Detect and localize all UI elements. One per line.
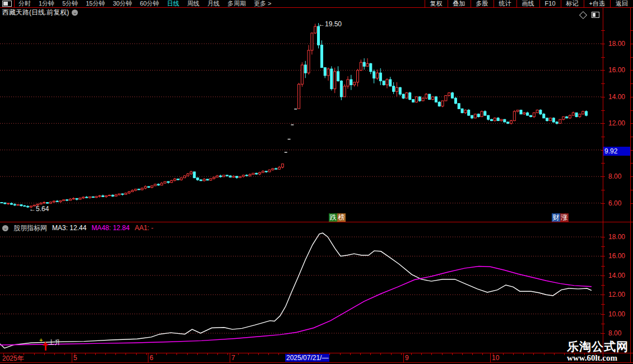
month-separator: [230, 353, 230, 362]
axis-tick-label: 14.00: [608, 272, 625, 279]
period-tab[interactable]: 多周期: [224, 0, 250, 7]
period-tabs: 分时1分钟5分钟15分钟30分钟60分钟日线周线月线多周期更多 >: [15, 0, 275, 7]
week-tick: [95, 353, 96, 355]
week-tick: [197, 353, 198, 355]
date-label: 6: [150, 354, 153, 362]
selected-date-label[interactable]: 2025/07/21/—: [285, 354, 329, 362]
week-tick: [156, 353, 157, 355]
main-candlestick-chart[interactable]: [0, 8, 603, 222]
week-tick: [462, 353, 463, 355]
period-tab[interactable]: 30分钟: [109, 0, 136, 7]
axis-tick-label: 10.00: [608, 310, 625, 318]
week-tick: [544, 353, 544, 355]
period-tab[interactable]: 月线: [203, 0, 224, 7]
week-tick: [44, 353, 45, 355]
last-price-badge: 9.92: [603, 147, 631, 156]
week-tick: [360, 353, 361, 355]
week-tick: [278, 353, 279, 355]
week-tick: [54, 353, 55, 355]
period-tab[interactable]: 更多 >: [250, 0, 275, 7]
axis-tick-label: 8.00: [608, 172, 621, 180]
week-tick: [207, 353, 208, 355]
hot-tag-badge[interactable]: 财涨: [552, 213, 569, 222]
week-tick: [238, 353, 239, 355]
axis-tick-label: 16.00: [608, 66, 625, 74]
tool-button[interactable]: +自选: [584, 0, 610, 7]
period-tab[interactable]: 15分钟: [82, 0, 109, 7]
date-axis[interactable]: 2025年5672025/07/21/—910: [0, 353, 633, 362]
week-tick: [564, 353, 565, 355]
week-tick: [401, 353, 402, 355]
axis-tick-label: 6.00: [608, 199, 621, 207]
axis-left-border: [603, 7, 603, 363]
app-window: 分时1分钟5分钟15分钟30分钟60分钟日线周线月线多周期更多 > 复权叠加多股…: [0, 0, 633, 364]
period-tab[interactable]: 日线: [163, 0, 183, 7]
week-tick: [452, 353, 453, 355]
axis-tick-label: 12.00: [608, 291, 625, 298]
week-tick: [105, 353, 106, 355]
week-tick: [513, 353, 514, 355]
hot-tag-char: 涨: [560, 213, 569, 222]
indicator-line-chart[interactable]: [0, 222, 603, 353]
period-tab[interactable]: 1分钟: [35, 0, 58, 7]
week-tick: [217, 353, 218, 355]
period-tab[interactable]: 周线: [183, 0, 203, 7]
week-tick: [187, 353, 188, 355]
week-tick: [340, 353, 341, 355]
axis-tick-label: 8.00: [608, 329, 621, 337]
week-tick: [125, 353, 126, 355]
week-tick: [503, 353, 504, 355]
month-separator: [490, 353, 491, 362]
hot-tag-char: 榜: [337, 213, 346, 222]
hot-tag-char: 财: [552, 213, 560, 222]
date-label: 2025年: [2, 354, 24, 363]
week-tick: [533, 353, 534, 355]
tool-button[interactable]: 叠加: [448, 0, 471, 7]
hot-tag-badge[interactable]: 跌榜: [329, 213, 346, 222]
week-tick: [431, 353, 432, 355]
date-label: 7: [231, 354, 235, 362]
tool-button[interactable]: F10: [539, 0, 561, 7]
watermark-site-name: 乐淘公式网: [567, 340, 629, 353]
rise-arrow-stem: [45, 346, 46, 351]
period-tab[interactable]: 60分钟: [136, 0, 163, 7]
month-separator: [148, 353, 148, 362]
date-label: 9: [405, 354, 409, 362]
tool-button[interactable]: 复权: [425, 0, 448, 7]
date-label: 5: [73, 354, 77, 362]
week-tick: [64, 353, 65, 355]
axis-tick-label: 18.00: [608, 233, 625, 241]
watermark-url: www.60lt.com: [567, 353, 629, 363]
week-tick: [421, 353, 422, 355]
period-tab[interactable]: 5分钟: [58, 0, 82, 7]
week-tick: [146, 353, 147, 355]
tool-button[interactable]: 标记: [561, 0, 584, 7]
hot-tag-char: 跌: [329, 213, 337, 222]
screen-right-border: [630, 7, 631, 363]
tool-button[interactable]: 多股: [471, 0, 494, 7]
month-separator: [403, 353, 404, 362]
week-tick: [85, 353, 86, 355]
week-tick: [554, 353, 555, 355]
week-tick: [370, 353, 371, 355]
period-toolbar: 分时1分钟5分钟15分钟30分钟60分钟日线周线月线多周期更多 > 复权叠加多股…: [0, 0, 633, 7]
tool-button[interactable]: 返回: [610, 0, 633, 7]
week-tick: [329, 353, 330, 355]
week-tick: [380, 353, 381, 355]
week-tick: [411, 353, 412, 355]
week-tick: [248, 353, 249, 355]
tool-button[interactable]: 画线: [516, 0, 539, 7]
period-tab[interactable]: 分时: [15, 0, 35, 7]
tool-button[interactable]: 统计: [494, 0, 516, 7]
week-tick: [34, 353, 35, 355]
week-tick: [136, 353, 137, 355]
watermark: 乐淘公式网 www.60lt.com: [567, 340, 629, 363]
week-tick: [176, 353, 177, 355]
axis-bottom-border: [0, 362, 633, 363]
week-tick: [472, 353, 473, 355]
week-tick: [258, 353, 259, 355]
axis-tick-label: 16.00: [608, 252, 625, 260]
month-separator: [72, 353, 72, 362]
week-tick: [268, 353, 269, 355]
layout-toggle-icon[interactable]: [2, 1, 12, 7]
